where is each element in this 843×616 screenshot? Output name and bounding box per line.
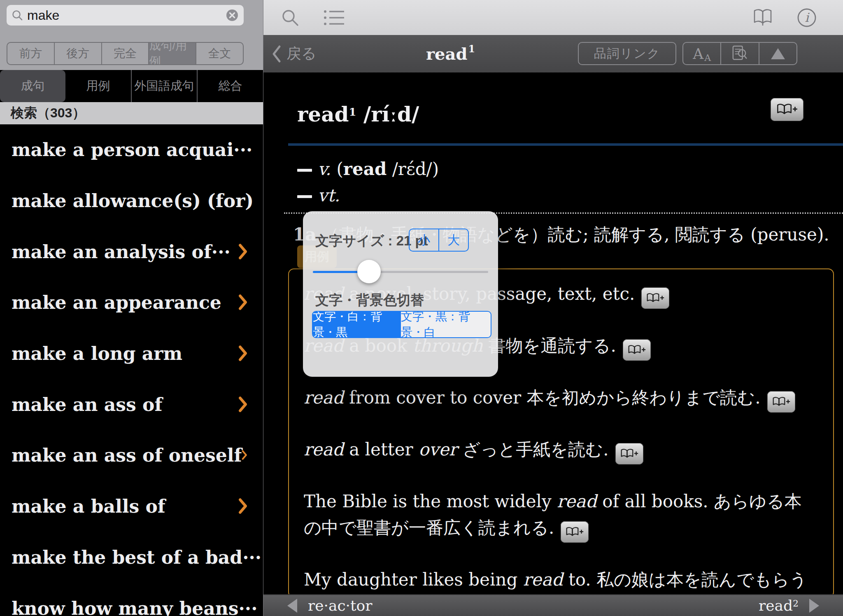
add-bookmark-button[interactable] [767, 391, 795, 413]
mode-tab-fulltext[interactable]: 全文 [196, 43, 243, 64]
add-bookmark-button[interactable] [561, 521, 589, 543]
search-icon [12, 9, 23, 21]
result-category-tabs: 成句 用例 外国語成句 総合 [0, 70, 263, 102]
result-item[interactable]: make an ass of oneself [0, 435, 263, 475]
chevron-right-icon [242, 447, 247, 463]
example-sentence: My daughter likes being read to. 私の娘は本を読… [304, 567, 818, 598]
entry-content: read1 /ríːd/ v. (read /rɛ́d/) vt. 1a （書物… [263, 72, 843, 594]
back-label: 戻る [286, 44, 317, 64]
display-settings-popover: 文字サイズ : 21 pt 小 大 文字・背景色切替 文字・白：背景・黒 文字・… [303, 211, 498, 377]
cat-tab-phrases[interactable]: 成句 [0, 70, 65, 102]
add-bookmark-button[interactable] [641, 287, 669, 309]
entry-navbar: 戻る read1 品詞リンク AA [263, 35, 843, 72]
back-button[interactable]: 戻る [272, 35, 317, 72]
theme-label: 文字・背景色切替 [315, 291, 424, 310]
prev-entry-button[interactable]: re·ac·tor [287, 597, 372, 614]
bookmarks-book-icon[interactable] [751, 8, 774, 27]
theme-toggle: 文字・白：背景・黒 文字・黒：背景・白 [312, 311, 491, 338]
navbar-actions: 品詞リンク AA [578, 42, 797, 65]
open-book-plus-icon [776, 103, 798, 117]
example-sentence: read a letter over ざっと手紙を読む. [304, 436, 818, 464]
result-item[interactable]: make a person acquai··· [0, 130, 263, 169]
font-larger-button[interactable]: 大 [439, 229, 468, 251]
open-book-plus-icon [646, 292, 665, 304]
search-input[interactable]: make [7, 5, 244, 26]
result-item[interactable]: make allowance(s) (for) [0, 181, 263, 220]
mode-tab-phrase-example[interactable]: 成句/用例 [149, 43, 196, 64]
search-mode-tabs: 前方 後方 完全 成句/用例 全文 [7, 42, 244, 65]
next-entry-button[interactable]: read2 [759, 597, 819, 614]
theme-dark-option[interactable]: 文字・白：背景・黒 [313, 312, 401, 337]
dictionary-app: make 前方 後方 完全 成句/用例 全文 成句 用例 外国語成句 総合 検索… [0, 0, 843, 616]
chevron-right-icon [238, 345, 247, 361]
font-size-slider-thumb[interactable] [357, 260, 381, 283]
em-dash [297, 169, 312, 172]
search-value: make [27, 8, 59, 23]
top-toolbar: i [263, 0, 843, 35]
result-item[interactable]: make an analysis of··· [0, 232, 263, 271]
mode-tab-exact[interactable]: 完全 [102, 43, 149, 64]
results-count-header: 検索（303） [0, 102, 263, 124]
search-area: make 前方 後方 完全 成句/用例 全文 [0, 0, 263, 70]
open-book-plus-icon [620, 448, 639, 460]
result-item[interactable]: make an ass of [0, 385, 263, 424]
font-size-slider[interactable] [313, 259, 488, 285]
open-book-plus-icon [627, 344, 646, 356]
collapse-button[interactable] [759, 43, 796, 64]
mode-tab-suffix[interactable]: 後方 [55, 43, 102, 64]
example-search-button[interactable] [720, 43, 758, 64]
triangle-left-icon [287, 599, 297, 613]
entry-title: read1 [426, 35, 475, 72]
chevron-right-icon [238, 244, 247, 259]
result-item[interactable]: make a balls of [0, 486, 263, 526]
results-list[interactable]: make a person acquai··· make allowance(s… [0, 124, 263, 616]
theme-light-option[interactable]: 文字・黒：背景・白 [401, 312, 491, 337]
result-item[interactable]: know how many beans··· [0, 588, 263, 616]
circle-x-icon [226, 9, 239, 22]
entry-headword: read1 /ríːd/ [297, 102, 419, 126]
search-icon[interactable] [281, 8, 300, 27]
em-dash [297, 195, 312, 198]
entry-tools-group: AA [682, 42, 797, 65]
result-item[interactable]: make the best of a bad··· [0, 537, 263, 577]
triangle-right-icon [809, 599, 819, 613]
cat-tab-all[interactable]: 総合 [197, 70, 263, 102]
headword-divider [288, 143, 843, 146]
chevron-left-icon [272, 45, 282, 63]
svg-text:i: i [805, 10, 810, 25]
clear-search-button[interactable] [226, 9, 239, 22]
add-bookmark-button[interactable] [623, 339, 651, 361]
entry-pane: i 戻る read1 品詞リンク AA read1 /ríːd/ [263, 0, 843, 616]
triangle-up-icon [771, 48, 785, 59]
index-list-icon[interactable] [324, 9, 345, 27]
verb-form-line: v. (read /rɛ́d/) [297, 159, 439, 179]
chevron-right-icon [238, 397, 247, 412]
search-sidebar: make 前方 後方 完全 成句/用例 全文 成句 用例 外国語成句 総合 検索… [0, 0, 263, 616]
result-item[interactable]: make an appearance [0, 282, 263, 322]
font-smaller-button[interactable]: 小 [410, 229, 439, 251]
open-book-plus-icon [772, 396, 791, 408]
result-item[interactable]: make a long arm [0, 334, 263, 373]
vt-line: vt. [297, 185, 340, 205]
chevron-right-icon [238, 294, 247, 310]
cat-tab-examples[interactable]: 用例 [65, 70, 131, 102]
cat-tab-foreign-phrases[interactable]: 外国語成句 [131, 70, 197, 102]
font-size-stepper: 小 大 [409, 229, 469, 252]
info-icon[interactable]: i [797, 8, 817, 28]
entry-pager-bar: re·ac·tor read2 [263, 594, 843, 616]
document-magnifier-icon [732, 45, 748, 62]
open-book-plus-icon [565, 526, 584, 538]
font-size-button[interactable]: AA [683, 43, 720, 64]
chevron-right-icon [238, 498, 247, 514]
add-bookmark-button[interactable] [771, 98, 803, 121]
add-bookmark-button[interactable] [615, 443, 643, 464]
example-sentence: The Bible is the most widely read of all… [304, 488, 818, 543]
slider-track[interactable] [313, 271, 488, 273]
part-of-speech-link-button[interactable]: 品詞リンク [578, 42, 676, 65]
example-sentence: read from cover to cover 本を初めから終わりまで読む. [304, 385, 818, 413]
mode-tab-prefix[interactable]: 前方 [7, 43, 55, 64]
